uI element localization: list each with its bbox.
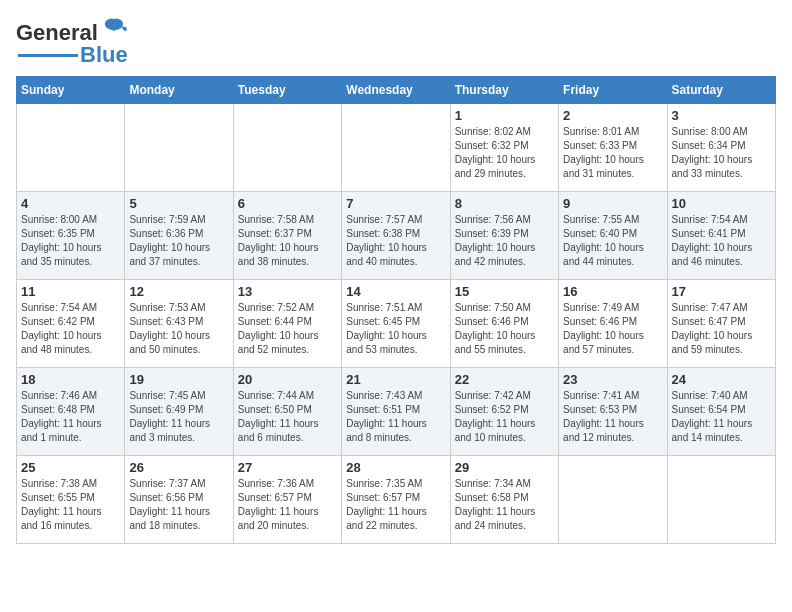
- day-cell: 7Sunrise: 7:57 AM Sunset: 6:38 PM Daylig…: [342, 192, 450, 280]
- day-number: 27: [238, 460, 337, 475]
- day-number: 5: [129, 196, 228, 211]
- day-info: Sunrise: 7:54 AM Sunset: 6:41 PM Dayligh…: [672, 213, 771, 269]
- day-number: 18: [21, 372, 120, 387]
- day-cell: 1Sunrise: 8:02 AM Sunset: 6:32 PM Daylig…: [450, 104, 558, 192]
- week-row-0: 1Sunrise: 8:02 AM Sunset: 6:32 PM Daylig…: [17, 104, 776, 192]
- day-number: 9: [563, 196, 662, 211]
- day-info: Sunrise: 7:52 AM Sunset: 6:44 PM Dayligh…: [238, 301, 337, 357]
- day-number: 4: [21, 196, 120, 211]
- header: General Blue: [16, 16, 776, 68]
- day-cell: [233, 104, 341, 192]
- day-number: 10: [672, 196, 771, 211]
- day-cell: 11Sunrise: 7:54 AM Sunset: 6:42 PM Dayli…: [17, 280, 125, 368]
- day-cell: 2Sunrise: 8:01 AM Sunset: 6:33 PM Daylig…: [559, 104, 667, 192]
- day-number: 11: [21, 284, 120, 299]
- day-info: Sunrise: 7:59 AM Sunset: 6:36 PM Dayligh…: [129, 213, 228, 269]
- day-info: Sunrise: 8:00 AM Sunset: 6:35 PM Dayligh…: [21, 213, 120, 269]
- day-number: 15: [455, 284, 554, 299]
- day-number: 22: [455, 372, 554, 387]
- weekday-header-monday: Monday: [125, 77, 233, 104]
- day-info: Sunrise: 7:54 AM Sunset: 6:42 PM Dayligh…: [21, 301, 120, 357]
- day-number: 13: [238, 284, 337, 299]
- weekday-header-wednesday: Wednesday: [342, 77, 450, 104]
- day-cell: 22Sunrise: 7:42 AM Sunset: 6:52 PM Dayli…: [450, 368, 558, 456]
- day-number: 19: [129, 372, 228, 387]
- day-info: Sunrise: 7:51 AM Sunset: 6:45 PM Dayligh…: [346, 301, 445, 357]
- logo: General Blue: [16, 20, 128, 68]
- day-cell: 20Sunrise: 7:44 AM Sunset: 6:50 PM Dayli…: [233, 368, 341, 456]
- day-info: Sunrise: 7:50 AM Sunset: 6:46 PM Dayligh…: [455, 301, 554, 357]
- day-number: 25: [21, 460, 120, 475]
- day-cell: 15Sunrise: 7:50 AM Sunset: 6:46 PM Dayli…: [450, 280, 558, 368]
- day-info: Sunrise: 7:45 AM Sunset: 6:49 PM Dayligh…: [129, 389, 228, 445]
- day-info: Sunrise: 7:43 AM Sunset: 6:51 PM Dayligh…: [346, 389, 445, 445]
- day-info: Sunrise: 7:55 AM Sunset: 6:40 PM Dayligh…: [563, 213, 662, 269]
- day-number: 1: [455, 108, 554, 123]
- day-number: 28: [346, 460, 445, 475]
- week-row-4: 25Sunrise: 7:38 AM Sunset: 6:55 PM Dayli…: [17, 456, 776, 544]
- day-cell: 9Sunrise: 7:55 AM Sunset: 6:40 PM Daylig…: [559, 192, 667, 280]
- day-number: 26: [129, 460, 228, 475]
- day-cell: 23Sunrise: 7:41 AM Sunset: 6:53 PM Dayli…: [559, 368, 667, 456]
- day-cell: 3Sunrise: 8:00 AM Sunset: 6:34 PM Daylig…: [667, 104, 775, 192]
- day-number: 12: [129, 284, 228, 299]
- week-row-1: 4Sunrise: 8:00 AM Sunset: 6:35 PM Daylig…: [17, 192, 776, 280]
- day-info: Sunrise: 7:46 AM Sunset: 6:48 PM Dayligh…: [21, 389, 120, 445]
- weekday-header-row: SundayMondayTuesdayWednesdayThursdayFrid…: [17, 77, 776, 104]
- day-number: 6: [238, 196, 337, 211]
- day-info: Sunrise: 7:56 AM Sunset: 6:39 PM Dayligh…: [455, 213, 554, 269]
- weekday-header-friday: Friday: [559, 77, 667, 104]
- day-info: Sunrise: 7:53 AM Sunset: 6:43 PM Dayligh…: [129, 301, 228, 357]
- day-cell: 12Sunrise: 7:53 AM Sunset: 6:43 PM Dayli…: [125, 280, 233, 368]
- day-number: 24: [672, 372, 771, 387]
- day-info: Sunrise: 7:35 AM Sunset: 6:57 PM Dayligh…: [346, 477, 445, 533]
- logo-blue: Blue: [80, 42, 128, 68]
- day-info: Sunrise: 7:38 AM Sunset: 6:55 PM Dayligh…: [21, 477, 120, 533]
- day-cell: 8Sunrise: 7:56 AM Sunset: 6:39 PM Daylig…: [450, 192, 558, 280]
- day-cell: 10Sunrise: 7:54 AM Sunset: 6:41 PM Dayli…: [667, 192, 775, 280]
- day-number: 2: [563, 108, 662, 123]
- day-cell: 26Sunrise: 7:37 AM Sunset: 6:56 PM Dayli…: [125, 456, 233, 544]
- day-info: Sunrise: 7:44 AM Sunset: 6:50 PM Dayligh…: [238, 389, 337, 445]
- day-number: 14: [346, 284, 445, 299]
- day-info: Sunrise: 7:58 AM Sunset: 6:37 PM Dayligh…: [238, 213, 337, 269]
- day-number: 20: [238, 372, 337, 387]
- day-cell: 29Sunrise: 7:34 AM Sunset: 6:58 PM Dayli…: [450, 456, 558, 544]
- day-cell: 6Sunrise: 7:58 AM Sunset: 6:37 PM Daylig…: [233, 192, 341, 280]
- day-info: Sunrise: 7:42 AM Sunset: 6:52 PM Dayligh…: [455, 389, 554, 445]
- day-info: Sunrise: 7:47 AM Sunset: 6:47 PM Dayligh…: [672, 301, 771, 357]
- week-row-2: 11Sunrise: 7:54 AM Sunset: 6:42 PM Dayli…: [17, 280, 776, 368]
- day-cell: 5Sunrise: 7:59 AM Sunset: 6:36 PM Daylig…: [125, 192, 233, 280]
- day-cell: 18Sunrise: 7:46 AM Sunset: 6:48 PM Dayli…: [17, 368, 125, 456]
- day-info: Sunrise: 8:02 AM Sunset: 6:32 PM Dayligh…: [455, 125, 554, 181]
- day-number: 23: [563, 372, 662, 387]
- day-number: 29: [455, 460, 554, 475]
- day-cell: 25Sunrise: 7:38 AM Sunset: 6:55 PM Dayli…: [17, 456, 125, 544]
- day-cell: 27Sunrise: 7:36 AM Sunset: 6:57 PM Dayli…: [233, 456, 341, 544]
- day-info: Sunrise: 8:00 AM Sunset: 6:34 PM Dayligh…: [672, 125, 771, 181]
- day-info: Sunrise: 7:57 AM Sunset: 6:38 PM Dayligh…: [346, 213, 445, 269]
- day-info: Sunrise: 7:49 AM Sunset: 6:46 PM Dayligh…: [563, 301, 662, 357]
- day-info: Sunrise: 7:40 AM Sunset: 6:54 PM Dayligh…: [672, 389, 771, 445]
- day-cell: [17, 104, 125, 192]
- day-info: Sunrise: 7:41 AM Sunset: 6:53 PM Dayligh…: [563, 389, 662, 445]
- logo-bird-icon: [100, 15, 128, 43]
- day-number: 16: [563, 284, 662, 299]
- weekday-header-tuesday: Tuesday: [233, 77, 341, 104]
- day-cell: 16Sunrise: 7:49 AM Sunset: 6:46 PM Dayli…: [559, 280, 667, 368]
- day-cell: 28Sunrise: 7:35 AM Sunset: 6:57 PM Dayli…: [342, 456, 450, 544]
- day-cell: [667, 456, 775, 544]
- day-cell: 4Sunrise: 8:00 AM Sunset: 6:35 PM Daylig…: [17, 192, 125, 280]
- day-info: Sunrise: 7:34 AM Sunset: 6:58 PM Dayligh…: [455, 477, 554, 533]
- day-info: Sunrise: 7:36 AM Sunset: 6:57 PM Dayligh…: [238, 477, 337, 533]
- day-number: 21: [346, 372, 445, 387]
- day-cell: 19Sunrise: 7:45 AM Sunset: 6:49 PM Dayli…: [125, 368, 233, 456]
- calendar-table: SundayMondayTuesdayWednesdayThursdayFrid…: [16, 76, 776, 544]
- day-number: 17: [672, 284, 771, 299]
- day-info: Sunrise: 7:37 AM Sunset: 6:56 PM Dayligh…: [129, 477, 228, 533]
- day-cell: [342, 104, 450, 192]
- day-info: Sunrise: 8:01 AM Sunset: 6:33 PM Dayligh…: [563, 125, 662, 181]
- weekday-header-saturday: Saturday: [667, 77, 775, 104]
- day-cell: [559, 456, 667, 544]
- day-cell: 21Sunrise: 7:43 AM Sunset: 6:51 PM Dayli…: [342, 368, 450, 456]
